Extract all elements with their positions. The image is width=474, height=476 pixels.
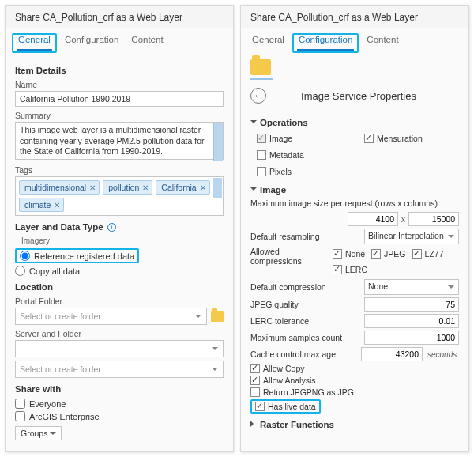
comp-lz77-checkbox[interactable]: [412, 249, 422, 259]
jpeg-quality-input[interactable]: [364, 297, 459, 312]
tab-configuration[interactable]: Configuration: [297, 33, 354, 51]
max-samples-input[interactable]: [364, 331, 459, 345]
cols-input[interactable]: [408, 212, 459, 226]
portal-folder-label: Portal Folder: [15, 297, 224, 306]
tag-remove-icon[interactable]: ✕: [54, 201, 60, 210]
x-label: x: [401, 215, 405, 224]
isp-title: Image Service Properties: [274, 90, 459, 102]
name-input[interactable]: [15, 91, 224, 107]
tabs: General Configuration Content: [6, 28, 233, 51]
tag-remove-icon[interactable]: ✕: [89, 183, 96, 192]
reference-radio[interactable]: [20, 251, 30, 261]
scrollbar-icon[interactable]: [213, 178, 222, 198]
allow-analysis-checkbox[interactable]: [250, 376, 260, 385]
location-heading: Location: [15, 282, 224, 292]
lerc-tolerance-input[interactable]: [364, 314, 459, 328]
pixels-checkbox[interactable]: [257, 167, 266, 176]
tag-remove-icon[interactable]: ✕: [142, 183, 149, 192]
tag-item: pollution✕: [103, 180, 152, 195]
tab-content[interactable]: Content: [130, 33, 164, 51]
scrollbar-icon[interactable]: [213, 123, 223, 161]
return-jpgpng-checkbox[interactable]: [250, 387, 260, 397]
groups-button[interactable]: Groups: [15, 426, 62, 440]
chevron-down-icon: [50, 432, 56, 438]
tab-configuration[interactable]: Configuration: [63, 33, 120, 51]
tab-general[interactable]: General: [17, 33, 52, 51]
max-size-label: Maximum image size per request (rows x c…: [250, 198, 459, 208]
layer-heading: Layer and Data Type i: [15, 222, 224, 232]
tab-general[interactable]: General: [250, 33, 286, 51]
folder-icon[interactable]: [250, 59, 271, 75]
mensuration-checkbox[interactable]: [364, 134, 374, 143]
server-folder-label: Server and Folder: [15, 329, 224, 338]
copy-radio[interactable]: [15, 266, 25, 276]
summary-textarea[interactable]: This image web layer is a multidimension…: [15, 122, 224, 160]
tag-item: California✕: [156, 180, 209, 195]
item-details-heading: Item Details: [15, 66, 224, 75]
info-icon[interactable]: i: [107, 223, 116, 232]
folder-underline: [250, 78, 273, 80]
right-pane: Share CA_Pollution_crf as a Web Layer Ge…: [240, 5, 469, 452]
everyone-checkbox[interactable]: [15, 399, 25, 409]
rows-input[interactable]: [348, 212, 398, 226]
allow-copy-checkbox[interactable]: [250, 364, 260, 373]
tags-label: Tags: [15, 165, 224, 175]
comp-jpeg-checkbox[interactable]: [371, 249, 381, 259]
folder-icon[interactable]: [211, 311, 224, 322]
name-label: Name: [15, 80, 224, 89]
back-icon[interactable]: ←: [250, 88, 266, 104]
pane-title: Share CA_Pollution_crf as a Web Layer: [241, 6, 468, 28]
tag-remove-icon[interactable]: ✕: [200, 183, 206, 192]
summary-label: Summary: [15, 111, 224, 120]
left-pane: Share CA_Pollution_crf as a Web Layer Ge…: [5, 5, 234, 452]
comp-none-checkbox[interactable]: [333, 249, 342, 259]
share-heading: Share with: [15, 384, 224, 394]
server-select[interactable]: [15, 340, 224, 357]
tag-item: climate✕: [19, 198, 64, 212]
left-body: Item Details Name Summary This image web…: [6, 51, 233, 451]
cache-age-input[interactable]: [361, 347, 423, 361]
image-checkbox: [257, 134, 266, 143]
right-body: Operations Image Mensuration Metadata Pi…: [241, 111, 468, 444]
default-compression-select[interactable]: None: [364, 279, 459, 295]
copy-label: Copy all data: [29, 266, 80, 276]
comp-lerc-checkbox[interactable]: [333, 265, 342, 274]
metadata-checkbox[interactable]: [257, 150, 266, 160]
resampling-select[interactable]: Bilinear Interpolation: [364, 229, 459, 244]
tag-item: multidimensional✕: [19, 180, 100, 195]
tab-content[interactable]: Content: [365, 33, 400, 51]
has-live-data-checkbox[interactable]: [255, 402, 265, 411]
server-folder-select[interactable]: Select or create folder: [15, 361, 224, 378]
enterprise-checkbox[interactable]: [15, 411, 25, 421]
raster-functions-heading[interactable]: Raster Functions: [250, 420, 459, 429]
operations-heading[interactable]: Operations: [250, 118, 459, 127]
image-heading[interactable]: Image: [250, 185, 459, 195]
pane-title: Share CA_Pollution_crf as a Web Layer: [6, 6, 233, 28]
portal-folder-select[interactable]: Select or create folder: [15, 308, 207, 325]
tags-box[interactable]: multidimensional✕ pollution✕ California✕…: [15, 176, 224, 216]
reference-label: Reference registered data: [34, 251, 134, 261]
tabs: General Configuration Content: [241, 28, 468, 51]
imagery-label: Imagery: [21, 236, 224, 245]
